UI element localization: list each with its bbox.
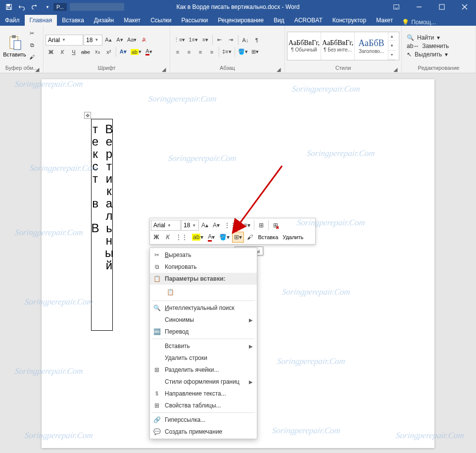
- tab-designer[interactable]: Конструктор: [328, 15, 371, 26]
- superscript-button[interactable]: x²: [103, 47, 114, 57]
- ctx-insert[interactable]: Вставить▶: [150, 340, 257, 352]
- tab-home[interactable]: Главная: [25, 15, 57, 26]
- font-size-combo[interactable]: 18▼: [84, 35, 102, 46]
- table[interactable]: ✥ Вертикальный текст в В: [91, 119, 113, 331]
- italic-button[interactable]: К: [57, 47, 68, 57]
- ribbon-options-icon[interactable]: [385, 0, 408, 14]
- undo-icon[interactable]: [16, 1, 28, 13]
- font-color-icon[interactable]: A▾: [143, 47, 154, 57]
- tell-me[interactable]: 💡Помощ...: [398, 19, 440, 26]
- replace-button[interactable]: ab↔Заменить: [407, 43, 471, 50]
- mini-shrink-icon[interactable]: A▾: [211, 220, 222, 231]
- strike-button[interactable]: abc: [80, 47, 92, 57]
- format-painter-icon[interactable]: 🖌: [27, 51, 38, 62]
- mini-fontcolor-icon[interactable]: A▾: [206, 232, 217, 243]
- ctx-split-cells[interactable]: ⊞Разделить ячейки...: [150, 364, 257, 376]
- ctx-text-direction[interactable]: ⥮Направление текста...: [150, 388, 257, 400]
- change-case-icon[interactable]: Aa▾: [126, 35, 138, 46]
- mini-italic[interactable]: К: [162, 232, 173, 243]
- mini-font-combo[interactable]: Arial▼: [151, 220, 181, 231]
- mini-insert-label[interactable]: Вставка: [256, 234, 280, 240]
- multilevel-icon[interactable]: ≡▾: [200, 35, 211, 46]
- numbering-icon[interactable]: 1≡▾: [187, 35, 199, 46]
- align-left-icon[interactable]: ≡: [172, 47, 183, 57]
- mini-styles-icon[interactable]: ⋮⋮▾: [222, 220, 241, 231]
- dialog-launcher-icon[interactable]: ◢: [276, 66, 282, 72]
- grow-font-icon[interactable]: A▴: [103, 35, 114, 46]
- shrink-font-icon[interactable]: A▾: [114, 35, 125, 46]
- line-spacing-icon[interactable]: ‡≡▾: [221, 47, 233, 57]
- mini-insert-icon[interactable]: ⊞: [256, 220, 267, 231]
- mini-size-combo[interactable]: 18▼: [181, 220, 199, 231]
- bold-button[interactable]: Ж: [46, 47, 56, 57]
- show-marks-icon[interactable]: ¶: [251, 35, 262, 46]
- dialog-launcher-icon[interactable]: ◢: [161, 66, 167, 72]
- tab-references[interactable]: Ссылки: [145, 15, 176, 26]
- decrease-indent-icon[interactable]: ⇤: [214, 35, 225, 46]
- find-button[interactable]: 🔍Найти ▾: [407, 34, 471, 41]
- tab-layout[interactable]: Макет: [119, 15, 145, 26]
- underline-button[interactable]: Ч: [68, 47, 79, 57]
- mini-borders-button[interactable]: ⊞▾: [232, 232, 244, 243]
- mini-delete-table-icon[interactable]: ⊞✖: [270, 220, 281, 231]
- save-icon[interactable]: [3, 1, 15, 13]
- style-nospacing[interactable]: АаБбВвГг,¶ Без инте...: [321, 32, 355, 60]
- mini-painter-icon[interactable]: 🖌: [244, 232, 255, 243]
- tab-view[interactable]: Вид: [269, 15, 289, 26]
- maximize-icon[interactable]: [430, 0, 453, 14]
- tab-design[interactable]: Дизайн: [89, 15, 119, 26]
- sort-icon[interactable]: A↓: [240, 35, 251, 46]
- ctx-copy[interactable]: ⧉Копировать: [150, 261, 257, 273]
- redo-icon[interactable]: [29, 1, 41, 13]
- highlight-icon[interactable]: ab▾: [129, 47, 143, 57]
- tab-review[interactable]: Рецензирование: [213, 15, 269, 26]
- mini-shading-icon[interactable]: 🪣▾: [217, 232, 232, 243]
- mini-col-icon[interactable]: ⋮⋮: [174, 232, 190, 243]
- mini-bold[interactable]: Ж: [151, 232, 162, 243]
- ctx-delete-rows[interactable]: Удалить строки: [150, 352, 257, 364]
- increase-indent-icon[interactable]: ⇥: [226, 35, 237, 46]
- align-right-icon[interactable]: ≡: [195, 47, 206, 57]
- minimize-icon[interactable]: [408, 0, 430, 14]
- gallery-down-icon[interactable]: ▼: [388, 41, 395, 50]
- bullets-icon[interactable]: ⋮≡▾: [172, 35, 187, 46]
- mini-grow-icon[interactable]: A▴: [199, 220, 210, 231]
- mini-align-icon[interactable]: ≡▾: [241, 220, 252, 231]
- dialog-launcher-icon[interactable]: ◢: [34, 66, 40, 72]
- qat-customize-icon[interactable]: ▼: [42, 1, 53, 13]
- tab-mailings[interactable]: Рассылки: [176, 15, 213, 26]
- gallery-more-icon[interactable]: ▾: [388, 50, 395, 60]
- tab-insert[interactable]: Вставка: [57, 15, 89, 26]
- mini-delete-label[interactable]: Удалить: [281, 234, 305, 240]
- style-normal[interactable]: АаБбВвГг,¶ Обычный: [287, 32, 321, 60]
- dialog-launcher-icon[interactable]: ◢: [392, 66, 398, 72]
- align-center-icon[interactable]: ≡: [184, 47, 194, 57]
- subscript-button[interactable]: x₂: [92, 47, 103, 57]
- tab-acrobat[interactable]: ACROBAT: [289, 15, 328, 26]
- borders-icon[interactable]: ⊞▾: [250, 47, 261, 57]
- justify-icon[interactable]: ≡: [206, 47, 217, 57]
- clear-format-icon[interactable]: A̷: [139, 35, 149, 46]
- tab-file[interactable]: Файл: [0, 15, 25, 26]
- gallery-up-icon[interactable]: ▲: [388, 32, 395, 42]
- text-effects-icon[interactable]: A▾: [118, 47, 129, 57]
- ctx-translate[interactable]: 🔤Перевод: [150, 326, 257, 338]
- ctx-hyperlink[interactable]: 🔗Гиперссылка...: [150, 414, 257, 426]
- paste-option-icon[interactable]: 📋: [165, 287, 176, 298]
- ctx-border-styles[interactable]: Стили оформления границ▶: [150, 376, 257, 388]
- copy-icon[interactable]: ⧉: [27, 40, 38, 50]
- ctx-table-props[interactable]: ⊞Свойства таблицы...: [150, 400, 257, 411]
- ctx-cut[interactable]: ✂Вырезать: [150, 249, 257, 261]
- ctx-new-comment[interactable]: 💬Создать примечание: [150, 426, 257, 438]
- user-badge[interactable]: P...: [53, 3, 67, 11]
- mini-highlight-icon[interactable]: ab▾: [190, 232, 205, 243]
- cut-icon[interactable]: ✂: [27, 28, 38, 39]
- styles-gallery[interactable]: АаБбВвГг,¶ Обычный АаБбВвГг,¶ Без инте..…: [287, 32, 399, 60]
- close-icon[interactable]: [453, 0, 476, 14]
- shading-icon[interactable]: 🪣▾: [237, 47, 249, 57]
- ctx-smart-lookup[interactable]: 🔍Интеллектуальный поиск: [150, 302, 257, 314]
- paste-button[interactable]: Вставить: [5, 27, 25, 65]
- font-name-combo[interactable]: Arial▼: [46, 35, 83, 46]
- ctx-synonyms[interactable]: Синонимы▶: [150, 314, 257, 326]
- table-move-handle-icon[interactable]: ✥: [84, 112, 91, 119]
